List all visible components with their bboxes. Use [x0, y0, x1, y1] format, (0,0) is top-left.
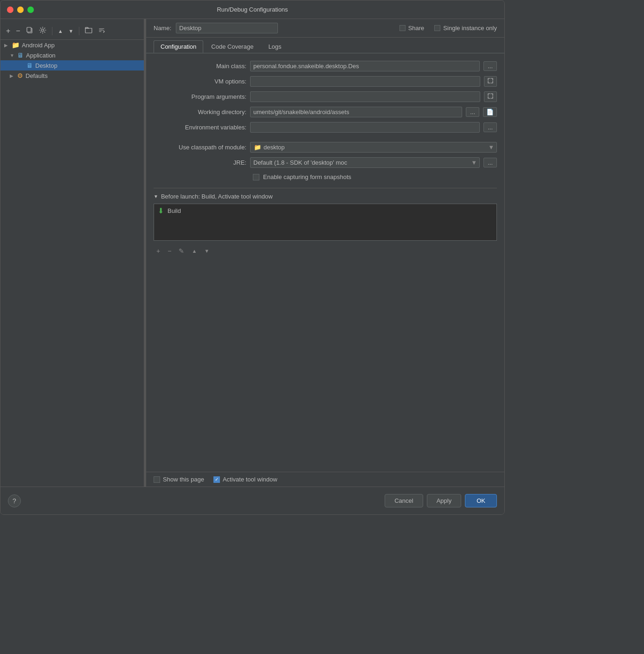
cancel-button[interactable]: Cancel: [385, 494, 423, 507]
application-icon: 🖥: [17, 51, 24, 59]
main-class-row: Main class: ...: [154, 61, 497, 71]
name-input[interactable]: [176, 23, 278, 33]
launch-down-button[interactable]: ▼: [201, 246, 212, 256]
help-button[interactable]: ?: [8, 494, 21, 507]
classpath-label: Use classpath of module:: [154, 144, 246, 151]
vm-options-label: VM options:: [154, 78, 246, 85]
share-checkbox[interactable]: [399, 25, 406, 31]
sidebar: + − ▲ ▼ ▶ 📁 Android App: [0, 19, 144, 487]
add-config-button[interactable]: +: [4, 26, 12, 36]
content-area: Main class: ... VM options: Program argu…: [146, 53, 504, 472]
enable-snapshots-row: Enable capturing form snapshots: [154, 173, 497, 180]
footer: ? Cancel Apply OK: [0, 487, 504, 514]
android-app-label: Android App: [22, 42, 55, 49]
working-dir-label: Working directory:: [154, 109, 246, 115]
minimize-button[interactable]: [17, 6, 24, 13]
defaults-icon: ⚙: [17, 72, 23, 79]
jre-browse-button[interactable]: ...: [483, 158, 497, 167]
classpath-select[interactable]: desktop: [250, 142, 497, 153]
before-launch-header[interactable]: ▼ Before launch: Build, Activate tool wi…: [154, 193, 497, 200]
env-vars-browse-button[interactable]: ...: [483, 122, 497, 132]
vm-options-expand-button[interactable]: [484, 76, 497, 87]
jre-row: JRE: Default (1.8 - SDK of 'desktop' moc…: [154, 157, 497, 168]
sidebar-item-defaults[interactable]: ▶ ⚙ Defaults: [0, 71, 144, 81]
sort-button[interactable]: [96, 26, 107, 37]
program-args-input[interactable]: [250, 91, 480, 102]
before-launch-list: ⬇ Build: [154, 204, 497, 241]
sidebar-toolbar: + − ▲ ▼: [0, 23, 144, 40]
tab-logs[interactable]: Logs: [261, 40, 288, 53]
working-dir-browse-button[interactable]: ...: [466, 107, 479, 117]
footer-left: ?: [8, 494, 21, 507]
program-args-row: Program arguments:: [154, 91, 497, 102]
tab-configuration[interactable]: Configuration: [154, 40, 203, 53]
share-label: Share: [408, 25, 425, 32]
single-instance-label: Single instance only: [443, 25, 497, 32]
share-area: Share Single instance only: [399, 25, 497, 32]
program-args-expand-button[interactable]: [484, 91, 497, 102]
launch-add-button[interactable]: +: [154, 246, 163, 256]
close-button[interactable]: [7, 6, 13, 13]
working-dir-file-button[interactable]: 📄: [483, 107, 497, 117]
build-label: Build: [167, 207, 181, 214]
name-label: Name:: [154, 25, 171, 32]
sidebar-item-application[interactable]: ▼ 🖥 Application: [0, 50, 144, 60]
jre-select[interactable]: Default (1.8 - SDK of 'desktop' moc: [250, 157, 480, 168]
main-layout: + − ▲ ▼ ▶ 📁 Android App: [0, 19, 504, 487]
footer-right: Cancel Apply OK: [385, 494, 497, 507]
sidebar-item-android-app[interactable]: ▶ 📁 Android App: [0, 40, 144, 50]
application-label: Application: [26, 52, 56, 59]
desktop-icon: 🖥: [26, 62, 33, 69]
name-bar: Name: Share Single instance only: [146, 19, 504, 38]
folder-button[interactable]: [83, 26, 94, 36]
before-launch-arrow: ▼: [154, 194, 158, 199]
jre-select-wrapper: Default (1.8 - SDK of 'desktop' moc ▼: [250, 157, 480, 168]
move-down-button[interactable]: ▼: [67, 27, 76, 35]
activate-tool-label: Activate tool window: [223, 476, 277, 483]
tree-arrow-android: ▶: [4, 43, 10, 48]
spacer1: [154, 137, 497, 142]
activate-tool-item: ✓ Activate tool window: [213, 476, 277, 483]
copy-config-button[interactable]: [24, 26, 35, 37]
launch-toolbar: + − ✎ ▲ ▼: [154, 244, 497, 257]
toolbar-sep2: [79, 27, 79, 35]
toolbar-sep1: [52, 27, 52, 35]
vm-options-input[interactable]: [250, 76, 480, 87]
ok-button[interactable]: OK: [465, 494, 497, 507]
tabs-bar: Configuration Code Coverage Logs: [146, 38, 504, 53]
titlebar: Run/Debug Configurations: [0, 0, 504, 19]
single-instance-checkbox[interactable]: [434, 25, 440, 31]
main-class-browse-button[interactable]: ...: [483, 61, 497, 71]
launch-remove-button[interactable]: −: [165, 246, 174, 256]
build-item[interactable]: ⬇ Build: [154, 204, 496, 218]
sidebar-item-desktop[interactable]: 🖥 Desktop: [0, 60, 144, 71]
env-vars-input[interactable]: [250, 122, 480, 133]
enable-snapshots-label: Enable capturing form snapshots: [263, 173, 351, 180]
apply-button[interactable]: Apply: [427, 494, 462, 507]
window-controls: [7, 6, 34, 13]
main-class-input[interactable]: [250, 61, 480, 71]
desktop-label: Desktop: [35, 62, 58, 69]
activate-tool-checkbox[interactable]: ✓: [213, 476, 220, 483]
maximize-button[interactable]: [27, 6, 34, 13]
before-launch-title: Before launch: Build, Activate tool wind…: [161, 193, 273, 200]
vm-options-row: VM options:: [154, 76, 497, 87]
move-up-button[interactable]: ▲: [56, 27, 65, 35]
show-page-item: Show this page: [154, 476, 204, 483]
working-dir-row: Working directory: ... 📄: [154, 107, 497, 117]
launch-edit-button[interactable]: ✎: [176, 246, 187, 256]
launch-up-button[interactable]: ▲: [189, 246, 200, 256]
before-launch-section: ▼ Before launch: Build, Activate tool wi…: [154, 188, 497, 257]
main-class-label: Main class:: [154, 63, 246, 70]
classpath-select-wrapper: 📁 desktop ▼: [250, 142, 497, 153]
remove-config-button[interactable]: −: [14, 26, 22, 36]
tab-code-coverage[interactable]: Code Coverage: [204, 40, 260, 53]
svg-point-2: [41, 29, 44, 32]
enable-snapshots-checkbox[interactable]: [253, 174, 259, 180]
android-folder-icon: 📁: [12, 41, 19, 49]
tree-arrow-app: ▼: [10, 53, 15, 58]
working-dir-input[interactable]: [250, 107, 462, 117]
show-page-checkbox[interactable]: [154, 476, 160, 483]
settings-config-button[interactable]: [37, 26, 48, 37]
tree-arrow-defaults: ▶: [10, 73, 15, 78]
